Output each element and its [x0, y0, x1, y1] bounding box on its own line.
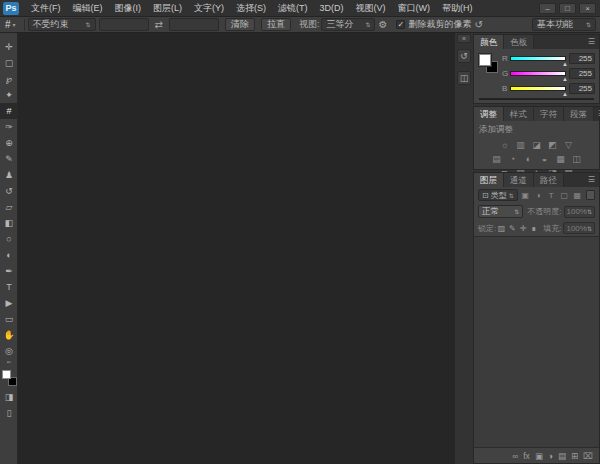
healing-tool[interactable]: ⊕	[0, 135, 18, 151]
lasso-tool[interactable]: ℘	[0, 71, 18, 87]
menu-filter[interactable]: 滤镜(T)	[272, 0, 314, 17]
blend-mode-dropdown[interactable]: 正常 ⇅	[478, 205, 523, 218]
zoom-tool[interactable]: ◎	[0, 343, 18, 359]
add-layer-mask-icon[interactable]: ▣	[535, 449, 543, 463]
panel-menu-icon[interactable]: ☰	[594, 107, 600, 121]
slider-thumb-icon[interactable]: ▲	[562, 61, 568, 67]
color-ramp[interactable]	[479, 98, 594, 100]
photo-filter-icon[interactable]: ◒	[539, 153, 551, 165]
layer-list[interactable]	[474, 236, 599, 448]
properties-panel-icon[interactable]: ◫	[457, 71, 471, 85]
hand-tool[interactable]: ✋	[0, 327, 18, 343]
link-layers-icon[interactable]: ∞	[512, 449, 518, 463]
slider-thumb-icon[interactable]: ▲	[562, 91, 568, 97]
lock-position-icon[interactable]: ✛	[519, 224, 528, 233]
tab-adjustments[interactable]: 调整	[474, 107, 504, 121]
straighten-button[interactable]: 拉直	[261, 18, 291, 31]
path-select-tool[interactable]: ▶	[0, 295, 18, 311]
green-value-field[interactable]: 255	[569, 68, 595, 79]
menu-image[interactable]: 图像(I)	[109, 0, 148, 17]
delete-layer-icon[interactable]: ⌧	[583, 449, 593, 463]
clear-button[interactable]: 清除	[225, 18, 255, 31]
crop-ratio-dropdown[interactable]: 不受约束 ⇅	[28, 18, 96, 31]
swap-dimensions-icon[interactable]: ⇄	[152, 19, 166, 30]
filter-shape-layers-icon[interactable]: ▢	[559, 191, 570, 200]
marquee-tool[interactable]: ▢	[0, 55, 18, 71]
channel-mixer-icon[interactable]: ▦	[555, 153, 567, 165]
tab-character[interactable]: 字符	[534, 107, 564, 121]
maximize-button[interactable]: □	[559, 3, 576, 14]
tab-styles[interactable]: 样式	[504, 107, 534, 121]
menu-select[interactable]: 选择(S)	[230, 0, 272, 17]
dodge-tool[interactable]: ◐	[0, 247, 18, 263]
menu-type[interactable]: 文字(Y)	[188, 0, 230, 17]
pen-tool[interactable]: ✒	[0, 263, 18, 279]
menu-3d[interactable]: 3D(D)	[314, 0, 350, 17]
layer-style-icon[interactable]: fx	[523, 449, 530, 463]
history-panel-icon[interactable]: ↺	[457, 49, 471, 63]
close-button[interactable]: ×	[579, 3, 596, 14]
shape-tool[interactable]: ▭	[0, 311, 18, 327]
exposure-icon[interactable]: ◩	[547, 139, 559, 151]
opacity-field[interactable]: 100% ⇅	[564, 206, 596, 218]
menu-view[interactable]: 视图(V)	[350, 0, 392, 17]
vibrance-icon[interactable]: ▽	[563, 139, 575, 151]
blue-value-field[interactable]: 255	[569, 83, 595, 94]
crop-tool[interactable]: #	[0, 103, 18, 119]
lock-image-pixels-icon[interactable]: ✎	[508, 224, 517, 233]
screen-mode-button[interactable]: ▯	[0, 405, 18, 421]
quick-mask-button[interactable]: ◨	[0, 389, 18, 405]
workspace-switcher-dropdown[interactable]: 基本功能 ⇅	[532, 18, 596, 31]
black-white-icon[interactable]: ◐	[523, 153, 535, 165]
delete-cropped-pixels-checkbox[interactable]: ✓ 删除裁剪的像素	[396, 18, 471, 31]
filter-type-layers-icon[interactable]: T	[546, 191, 557, 200]
tab-paragraph[interactable]: 段落	[564, 107, 594, 121]
new-adjustment-layer-icon[interactable]: ◑	[548, 449, 553, 463]
type-tool[interactable]: T	[0, 279, 18, 295]
tab-paths[interactable]: 路径	[534, 173, 564, 187]
lock-transparent-pixels-icon[interactable]: ▨	[497, 224, 506, 233]
tool-preset-picker[interactable]: # ▾	[0, 19, 21, 30]
levels-icon[interactable]: ▥	[515, 139, 527, 151]
green-slider[interactable]: ▲	[510, 71, 566, 76]
menu-window[interactable]: 窗口(W)	[392, 0, 437, 17]
minimize-button[interactable]: –	[539, 3, 556, 14]
foreground-color-swatch[interactable]	[479, 54, 491, 66]
new-layer-icon[interactable]: ⊞	[571, 449, 578, 463]
new-group-icon[interactable]: ▤	[558, 449, 566, 463]
lock-all-icon[interactable]: ∎	[529, 224, 538, 233]
gradient-tool[interactable]: ◧	[0, 215, 18, 231]
default-colors-icon[interactable]: ▪▫	[0, 359, 18, 366]
eyedropper-tool[interactable]: ✑	[0, 119, 18, 135]
gear-icon[interactable]: ⚙	[375, 19, 390, 30]
red-value-field[interactable]: 255	[569, 53, 595, 64]
overlay-view-dropdown[interactable]: 三等分 ⇅	[321, 18, 375, 31]
curves-icon[interactable]: ◪	[531, 139, 543, 151]
brightness-contrast-icon[interactable]: ☼	[499, 139, 511, 151]
menu-help[interactable]: 帮助(H)	[436, 0, 479, 17]
color-lookup-icon[interactable]: ◫	[571, 153, 583, 165]
tab-layers[interactable]: 图层	[474, 173, 504, 187]
crop-height-input[interactable]	[169, 18, 219, 31]
blue-slider[interactable]: ▲	[510, 86, 566, 91]
red-slider[interactable]: ▲	[510, 56, 566, 61]
color-balance-icon[interactable]: ◔	[507, 153, 519, 165]
panel-menu-icon[interactable]: ☰	[584, 35, 599, 49]
tab-channels[interactable]: 通道	[504, 173, 534, 187]
menu-file[interactable]: 文件(F)	[25, 0, 67, 17]
canvas-area[interactable]	[18, 33, 455, 464]
history-brush-tool[interactable]: ↺	[0, 183, 18, 199]
slider-thumb-icon[interactable]: ▲	[562, 76, 568, 82]
blur-tool[interactable]: ○	[0, 231, 18, 247]
eraser-tool[interactable]: ▱	[0, 199, 18, 215]
fill-field[interactable]: 100% ⇅	[563, 222, 595, 234]
panel-menu-icon[interactable]: ☰	[584, 173, 599, 187]
brush-tool[interactable]: ✎	[0, 151, 18, 167]
crop-width-input[interactable]	[99, 18, 149, 31]
stamp-tool[interactable]: ♟	[0, 167, 18, 183]
tab-swatches[interactable]: 色板	[504, 35, 534, 49]
expand-panels-icon[interactable]: «	[457, 34, 471, 43]
move-tool[interactable]: ✛	[0, 39, 18, 55]
menu-layer[interactable]: 图层(L)	[147, 0, 188, 17]
filter-adjustment-layers-icon[interactable]: ◑	[533, 191, 544, 200]
